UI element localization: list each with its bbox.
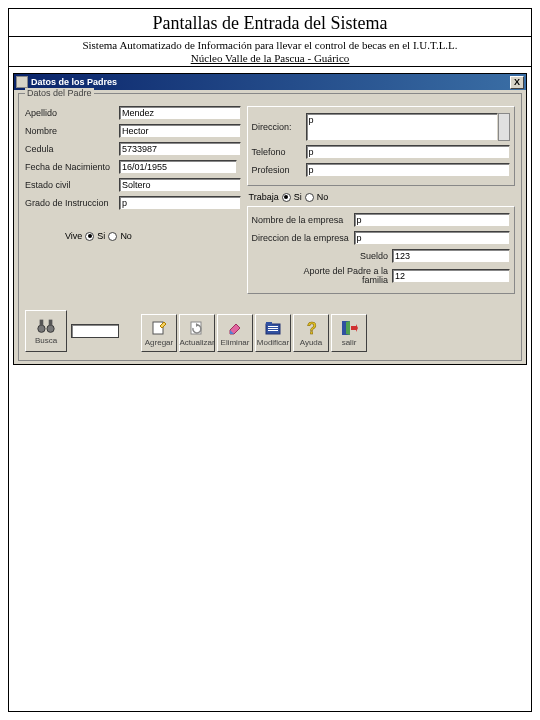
cedula-label: Cedula [25,145,115,154]
trabaja-no-radio[interactable] [305,193,314,202]
window-icon [16,76,28,88]
folder-edit-icon [263,319,283,337]
sueldo-input[interactable] [392,249,510,263]
trabaja-si-label: Si [294,192,302,202]
binoculars-icon [36,317,56,335]
ayuda-label: Ayuda [300,338,323,347]
nombre-empresa-label: Nombre de la empresa [252,216,350,225]
profesion-input[interactable] [306,163,510,177]
busca-label: Busca [35,336,57,345]
modificar-button[interactable]: Modificar [255,314,291,352]
estadocivil-label: Estado civil [25,181,115,190]
app-window: Datos de los Padres X Datos del Padre Ap… [13,73,527,365]
direccion-input[interactable]: p [306,113,498,141]
profesion-label: Profesion [252,166,302,175]
vive-no-radio[interactable] [108,232,117,241]
page-title: Pantallas de Entrada del Sistema [9,9,531,37]
direccion-empresa-label: Direccion de la empresa [252,234,350,243]
telefono-label: Telefono [252,148,302,157]
apellido-input[interactable] [119,106,241,120]
svg-rect-3 [49,320,53,326]
direccion-empresa-input[interactable] [354,231,510,245]
fechanac-input[interactable] [119,160,237,174]
svg-point-0 [38,325,45,332]
refresh-icon [187,319,207,337]
vive-si-label: Si [97,231,105,241]
actualizar-label: Actualizar [179,338,214,347]
hand-paper-icon [149,319,169,337]
eraser-icon [225,319,245,337]
help-icon: ? [301,319,321,337]
page-subtitle: Sistema Automatizado de Información para… [9,37,531,52]
direccion-scrollbar[interactable] [498,113,510,141]
apellido-label: Apellido [25,109,115,118]
aporte-input[interactable] [392,269,510,283]
agregar-button[interactable]: Agregar [141,314,177,352]
toolbar: Busca Agregar Actualiz [19,304,521,360]
nombre-label: Nombre [25,127,115,136]
gradoinst-label: Grado de Instruccion [25,199,115,208]
trabaja-no-label: No [317,192,329,202]
vive-si-radio[interactable] [85,232,94,241]
nombre-input[interactable] [119,124,241,138]
eliminar-label: Eliminar [221,338,250,347]
vive-label: Vive [65,231,82,241]
svg-text:?: ? [307,320,317,337]
svg-rect-9 [268,328,278,329]
trabaja-label: Trabaja [249,192,279,202]
gradoinst-input[interactable] [119,196,241,210]
eliminar-button[interactable]: Eliminar [217,314,253,352]
groupbox-title: Datos del Padre [25,88,94,98]
empresa-group: Nombre de la empresa Direccion de la emp… [247,206,515,294]
aporte-label: Aporte del Padre a la familia [290,267,388,285]
nombre-empresa-input[interactable] [354,213,510,227]
contact-group: Direccion: p Telefono [247,106,515,186]
direccion-label: Direccion: [252,123,302,132]
svg-rect-7 [266,322,272,325]
actualizar-button[interactable]: Actualizar [179,314,215,352]
estadocivil-input[interactable] [119,178,241,192]
busca-input[interactable] [71,324,119,338]
svg-rect-2 [40,320,44,326]
window-title: Datos de los Padres [31,77,510,87]
busca-button[interactable]: Busca [25,310,67,352]
salir-label: salir [342,338,357,347]
agregar-label: Agregar [145,338,173,347]
telefono-input[interactable] [306,145,510,159]
ayuda-button[interactable]: ? Ayuda [293,314,329,352]
cedula-input[interactable] [119,142,241,156]
fechanac-label: Fecha de Nacimiento [25,163,115,172]
close-button[interactable]: X [510,76,524,89]
page-subtitle-location: Núcleo Valle de la Pascua - Guárico [9,52,531,67]
trabaja-si-radio[interactable] [282,193,291,202]
salir-button[interactable]: salir [331,314,367,352]
svg-point-1 [47,325,54,332]
modificar-label: Modificar [257,338,289,347]
svg-rect-8 [268,326,278,327]
vive-no-label: No [120,231,132,241]
datos-padre-group: Datos del Padre Apellido Nombre [18,93,522,361]
sueldo-label: Sueldo [290,252,388,261]
svg-rect-10 [268,330,278,331]
exit-icon [339,319,359,337]
